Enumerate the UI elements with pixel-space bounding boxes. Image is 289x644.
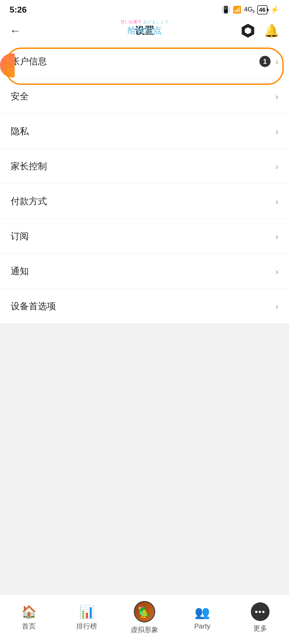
bell-icon: 🔔 <box>264 23 279 38</box>
vibrate-icon: 📳 <box>222 6 230 14</box>
header-actions: 🔔 <box>240 23 279 39</box>
settings-label-notification: 通知 <box>11 265 29 277</box>
nav-label-party: Party <box>194 622 210 630</box>
status-bar: 5:26 📳 📶 4Gll 46 ⚡ <box>0 0 289 17</box>
ranking-icon: 📊 <box>79 604 94 619</box>
settings-item-subscription[interactable]: 订阅 › <box>0 219 289 254</box>
nav-label-home: 首页 <box>22 622 36 631</box>
nav-label-more: 更多 <box>253 624 267 633</box>
nav-item-home[interactable]: 🏠 首页 <box>5 604 53 631</box>
avatar-circle <box>0 53 15 77</box>
settings-list: 帐户信息 1 › 安全 › 隐私 › 家长控制 › 付款方式 <box>0 44 289 324</box>
settings-label-subscription: 订阅 <box>11 230 29 242</box>
settings-item-left: 帐户信息 <box>11 55 47 68</box>
status-icons: 📳 📶 4Gll 46 ⚡ <box>222 5 279 14</box>
nav-label-avatar: 虚拟形象 <box>131 625 158 634</box>
more-button[interactable]: ••• <box>251 602 270 621</box>
back-button[interactable]: ← <box>10 24 21 37</box>
header: ← 设置 🔔 <box>0 17 289 44</box>
nav-item-avatar[interactable]: 🦜 虚拟形象 <box>121 601 168 634</box>
settings-label-account: 帐户信息 <box>11 55 47 68</box>
hexagon-icon <box>241 24 255 38</box>
arrow-icon-security: › <box>275 91 278 102</box>
settings-item-account[interactable]: 帐户信息 1 › <box>0 44 289 79</box>
nav-label-ranking: 排行榜 <box>76 622 97 631</box>
wifi-icon: 📶 <box>233 6 241 14</box>
arrow-icon-account: › <box>275 56 278 67</box>
settings-item-payment[interactable]: 付款方式 › <box>0 184 289 219</box>
settings-item-notification[interactable]: 通知 › <box>0 254 289 289</box>
nav-item-ranking[interactable]: 📊 排行榜 <box>63 604 111 631</box>
avatar-area <box>0 52 15 79</box>
arrow-icon-privacy: › <box>275 126 278 137</box>
hexagon-inner <box>244 27 251 34</box>
arrow-icon-payment: › <box>275 196 278 207</box>
nav-item-more[interactable]: ••• 更多 <box>236 602 284 633</box>
battery-icon: 46 <box>257 5 267 14</box>
settings-label-privacy: 隐私 <box>11 125 29 138</box>
settings-item-device[interactable]: 设备首选项 › <box>0 289 289 324</box>
avatar-nav-icon: 🦜 <box>134 601 155 622</box>
arrow-icon-device: › <box>275 301 278 312</box>
settings-label-device: 设备首选项 <box>11 300 56 312</box>
party-icon: 👥 <box>195 605 210 619</box>
roblox-icon-button[interactable] <box>240 23 256 39</box>
settings-item-right: 1 › <box>259 56 278 67</box>
notification-button[interactable]: 🔔 <box>263 23 279 39</box>
settings-item-privacy[interactable]: 隐私 › <box>0 114 289 149</box>
arrow-icon-subscription: › <box>275 231 278 242</box>
signal-icon: 4Gll <box>244 6 254 14</box>
arrow-icon-notification: › <box>275 266 278 277</box>
more-dots-icon: ••• <box>255 607 266 617</box>
bottom-nav: 🏠 首页 📊 排行榜 🦜 虚拟形象 👥 Party ••• 更多 <box>0 594 289 644</box>
settings-item-security[interactable]: 安全 › <box>0 79 289 114</box>
nav-item-party[interactable]: 👥 Party <box>178 605 226 630</box>
settings-label-parental: 家长控制 <box>11 160 47 172</box>
settings-item-parental[interactable]: 家长控制 › <box>0 149 289 184</box>
settings-label-payment: 付款方式 <box>11 195 47 207</box>
page-title: 设置 <box>135 24 154 37</box>
arrow-icon-parental: › <box>275 161 278 172</box>
account-badge: 1 <box>259 56 271 67</box>
lightning-icon: ⚡ <box>270 5 279 14</box>
home-icon: 🏠 <box>21 604 37 619</box>
status-time: 5:26 <box>10 5 27 15</box>
settings-label-security: 安全 <box>11 90 29 103</box>
